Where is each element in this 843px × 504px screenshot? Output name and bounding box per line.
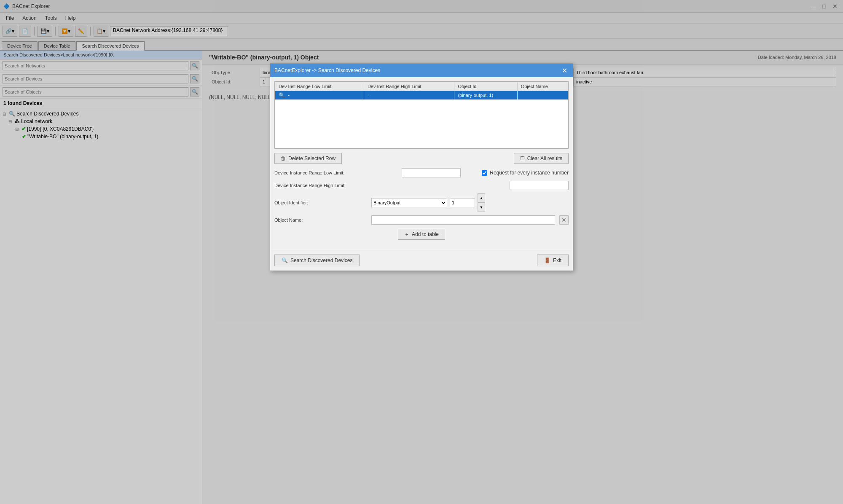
row-search-icon: 🔍 <box>279 92 285 98</box>
search-footer-icon: 🔍 <box>282 257 288 263</box>
dev-high-row: Device Instance Range High Limit: <box>274 181 569 190</box>
modal-close-button[interactable]: ✕ <box>560 66 569 75</box>
modal-overlay: BACnetExplorer -> Search Discovered Devi… <box>0 0 843 504</box>
cell-object-id: (binary-output, 1) <box>454 91 517 100</box>
obj-name-row: Object Name: ✕ <box>274 215 569 225</box>
plus-icon: ＋ <box>404 231 409 238</box>
col-dev-high: Dev Inst Range High Limit <box>364 82 454 91</box>
obj-id-label: Object Identifier: <box>274 200 367 205</box>
dev-high-limit-label: Device Instance Range High Limit: <box>274 183 367 188</box>
clear-all-results-button[interactable]: ☐ Clear All results <box>514 153 569 164</box>
add-to-table-container: ＋ Add to table <box>274 229 569 240</box>
obj-type-select[interactable]: BinaryOutput <box>371 198 447 207</box>
spinner-down-button[interactable]: ▼ <box>478 203 485 212</box>
modal-footer: 🔍 Search Discovered Devices 🚪 Exit <box>270 250 573 271</box>
trash-icon: 🗑 <box>281 155 286 161</box>
dev-low-limit-label: Device Instance Range Low Limit: <box>274 170 367 175</box>
modal-body: Dev Inst Range Low Limit Dev Inst Range … <box>270 77 573 248</box>
request-every-label: Request for every instance number <box>490 170 569 176</box>
modal-title: BACnetExplorer -> Search Discovered Devi… <box>274 67 380 73</box>
obj-name-input[interactable] <box>371 215 555 225</box>
dev-low-row: Device Instance Range Low Limit: Request… <box>274 168 569 177</box>
clear-name-button[interactable]: ✕ <box>559 215 569 225</box>
obj-id-row: Object Identifier: BinaryOutput ▲ ▼ <box>274 193 569 212</box>
col-object-id: Object Id <box>454 82 517 91</box>
obj-name-label: Object Name: <box>274 217 367 223</box>
modal-dialog: BACnetExplorer -> Search Discovered Devi… <box>270 63 573 271</box>
action-buttons-row: 🗑 Delete Selected Row ☐ Clear All result… <box>274 153 569 164</box>
dev-low-input[interactable] <box>402 168 461 177</box>
modal-table-container: Dev Inst Range Low Limit Dev Inst Range … <box>274 81 569 149</box>
dev-high-input[interactable] <box>510 181 569 190</box>
obj-num-input[interactable] <box>450 198 475 207</box>
cell-object-name <box>517 91 568 100</box>
delete-selected-row-button[interactable]: 🗑 Delete Selected Row <box>274 153 342 164</box>
col-object-name: Object Name <box>517 82 568 91</box>
cell-dev-high: - <box>364 91 454 100</box>
cell-dev-low: 🔍 - <box>275 91 364 100</box>
table-row[interactable]: 🔍 - - (binary-output, 1) <box>275 91 568 100</box>
exit-button[interactable]: 🚪 Exit <box>537 255 569 266</box>
add-to-table-button[interactable]: ＋ Add to table <box>398 229 445 240</box>
request-every-checkbox[interactable] <box>482 170 487 176</box>
col-dev-low: Dev Inst Range Low Limit <box>275 82 364 91</box>
exit-icon: 🚪 <box>544 257 550 263</box>
search-discovered-devices-button[interactable]: 🔍 Search Discovered Devices <box>274 255 360 266</box>
modal-title-bar: BACnetExplorer -> Search Discovered Devi… <box>270 64 573 77</box>
modal-table: Dev Inst Range Low Limit Dev Inst Range … <box>275 82 568 100</box>
checkbox-icon: ☐ <box>520 155 525 161</box>
spinner-up-button[interactable]: ▲ <box>478 193 485 203</box>
